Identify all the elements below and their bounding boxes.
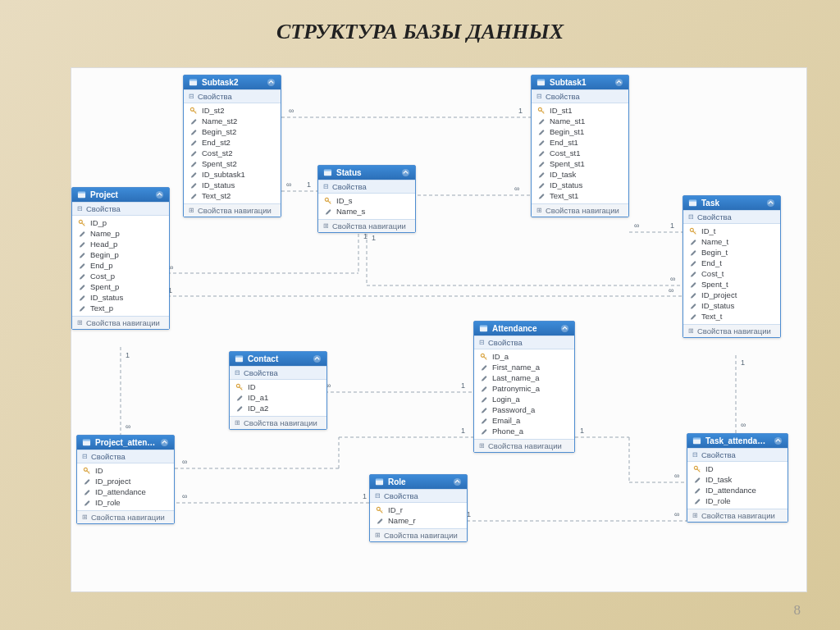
entity-status[interactable]: Status ⊟Свойства ID_sName_s ⊞Свойства на… [317, 165, 416, 233]
field-row[interactable]: End_t [683, 258, 780, 268]
field-row[interactable]: ID_st1 [532, 105, 628, 116]
field-row[interactable]: ID_status [683, 300, 780, 311]
field-row[interactable]: ID_a2 [230, 403, 326, 413]
chevron-up-icon[interactable] [267, 78, 276, 87]
section-navigation[interactable]: ⊞Свойства навигации [72, 316, 169, 329]
field-row[interactable]: ID_project [683, 290, 780, 300]
section-properties[interactable]: ⊟Свойства [683, 210, 780, 224]
section-navigation[interactable]: ⊞Свойства навигации [474, 439, 574, 452]
section-navigation[interactable]: ⊞Свойства навигации [318, 219, 415, 232]
field-row[interactable]: ID_t [683, 226, 780, 236]
entity-role[interactable]: Role ⊟Свойства ID_rName_r ⊞Свойства нави… [369, 474, 468, 542]
entity-header[interactable]: Subtask2 [184, 75, 281, 89]
field-row[interactable]: ID_subtask1 [184, 169, 281, 180]
field-row[interactable]: ID_r [370, 504, 467, 515]
field-row[interactable]: ID_attendance [77, 486, 174, 497]
field-row[interactable]: Phone_a [474, 426, 574, 436]
entity-header[interactable]: Task [683, 196, 780, 210]
chevron-up-icon[interactable] [453, 477, 462, 486]
field-row[interactable]: Text_st1 [532, 190, 628, 201]
section-navigation[interactable]: ⊞Свойства навигации [687, 509, 788, 522]
entity-header[interactable]: Contact [230, 352, 326, 366]
section-navigation[interactable]: ⊞Свойства навигации [184, 203, 281, 217]
field-row[interactable]: Begin_st2 [184, 126, 281, 137]
field-row[interactable]: ID_a [474, 351, 574, 362]
chevron-up-icon[interactable] [614, 78, 623, 87]
field-row[interactable]: ID [687, 463, 788, 474]
field-row[interactable]: Head_p [72, 239, 169, 249]
field-row[interactable]: Spent_st1 [532, 158, 628, 169]
field-row[interactable]: Login_a [474, 394, 574, 404]
field-row[interactable]: ID_task [687, 474, 788, 485]
section-properties[interactable]: ⊟Свойства [77, 450, 174, 463]
field-row[interactable]: Password_a [474, 404, 574, 415]
field-row[interactable]: ID_role [687, 495, 788, 506]
field-row[interactable]: Cost_t [683, 268, 780, 279]
entity-contact[interactable]: Contact ⊟Свойства IDID_a1ID_a2 ⊞Свойства… [229, 351, 327, 430]
entity-subtask2[interactable]: Subtask2 ⊟Свойства ID_st2Name_st2Begin_s… [183, 75, 281, 217]
section-navigation[interactable]: ⊞Свойства навигации [77, 510, 174, 523]
section-properties[interactable]: ⊟Свойства [184, 89, 281, 103]
section-properties[interactable]: ⊟Свойства [687, 448, 788, 462]
field-row[interactable]: ID_status [184, 180, 281, 190]
entity-project-atten[interactable]: Project_atten… ⊟Свойства IDID_projectID_… [76, 435, 175, 524]
field-row[interactable]: Name_s [318, 206, 415, 217]
field-row[interactable]: ID [77, 465, 174, 476]
field-row[interactable]: Name_st2 [184, 116, 281, 126]
chevron-up-icon[interactable] [313, 354, 322, 363]
entity-task[interactable]: Task ⊟Свойства ID_tName_tBegin_tEnd_tCos… [682, 195, 781, 338]
field-row[interactable]: Email_a [474, 415, 574, 426]
chevron-up-icon[interactable] [401, 168, 410, 177]
section-properties[interactable]: ⊟Свойства [72, 202, 169, 216]
section-properties[interactable]: ⊟Свойства [532, 89, 628, 103]
entity-header[interactable]: Subtask1 [532, 75, 628, 89]
chevron-up-icon[interactable] [160, 438, 169, 447]
field-row[interactable]: ID_status [72, 292, 169, 303]
field-row[interactable]: Begin_st1 [532, 126, 628, 137]
section-navigation[interactable]: ⊞Свойства навигации [683, 324, 780, 337]
entity-subtask1[interactable]: Subtask1 ⊟Свойства ID_st1Name_st1Begin_s… [531, 75, 629, 217]
field-row[interactable]: ID [230, 381, 326, 392]
field-row[interactable]: ID_a1 [230, 392, 326, 403]
field-row[interactable]: End_p [72, 260, 169, 271]
entity-attendance[interactable]: Attendance ⊟Свойства ID_aFirst_name_aLas… [473, 321, 575, 453]
field-row[interactable]: Begin_t [683, 247, 780, 258]
field-row[interactable]: ID_p [72, 217, 169, 228]
section-properties[interactable]: ⊟Свойства [474, 336, 574, 349]
field-row[interactable]: Cost_p [72, 271, 169, 281]
entity-header[interactable]: Task_attendan… [687, 434, 788, 448]
section-properties[interactable]: ⊟Свойства [318, 180, 415, 194]
entity-header[interactable]: Status [318, 166, 415, 180]
entity-header[interactable]: Role [370, 475, 467, 489]
field-row[interactable]: ID_st2 [184, 105, 281, 116]
field-row[interactable]: Name_r [370, 515, 467, 526]
entity-header[interactable]: Project_atten… [77, 436, 174, 450]
field-row[interactable]: End_st1 [532, 137, 628, 148]
field-row[interactable]: ID_task [532, 169, 628, 180]
field-row[interactable]: First_name_a [474, 362, 574, 372]
field-row[interactable]: ID_attendance [687, 485, 788, 495]
field-row[interactable]: Spent_p [72, 281, 169, 292]
field-row[interactable]: Cost_st2 [184, 148, 281, 158]
field-row[interactable]: Spent_t [683, 279, 780, 290]
section-navigation[interactable]: ⊞Свойства навигации [370, 528, 467, 541]
section-properties[interactable]: ⊟Свойства [370, 489, 467, 503]
field-row[interactable]: Name_p [72, 228, 169, 239]
chevron-up-icon[interactable] [774, 436, 783, 445]
chevron-up-icon[interactable] [560, 324, 569, 333]
field-row[interactable]: End_st2 [184, 137, 281, 148]
field-row[interactable]: ID_s [318, 195, 415, 206]
section-properties[interactable]: ⊟Свойства [230, 366, 326, 380]
field-row[interactable]: Text_p [72, 303, 169, 313]
chevron-up-icon[interactable] [766, 199, 775, 208]
field-row[interactable]: Last_name_a [474, 372, 574, 383]
field-row[interactable]: Cost_st1 [532, 148, 628, 158]
field-row[interactable]: ID_project [77, 476, 174, 486]
entity-header[interactable]: Attendance [474, 322, 574, 336]
entity-header[interactable]: Project [72, 188, 169, 202]
entity-project[interactable]: Project ⊟Свойства ID_pName_pHead_pBegin_… [71, 187, 170, 330]
section-navigation[interactable]: ⊞Свойства навигации [230, 416, 326, 429]
entity-task-attendan[interactable]: Task_attendan… ⊟Свойства IDID_taskID_att… [687, 433, 788, 523]
field-row[interactable]: Patronymic_a [474, 383, 574, 394]
field-row[interactable]: ID_role [77, 497, 174, 508]
